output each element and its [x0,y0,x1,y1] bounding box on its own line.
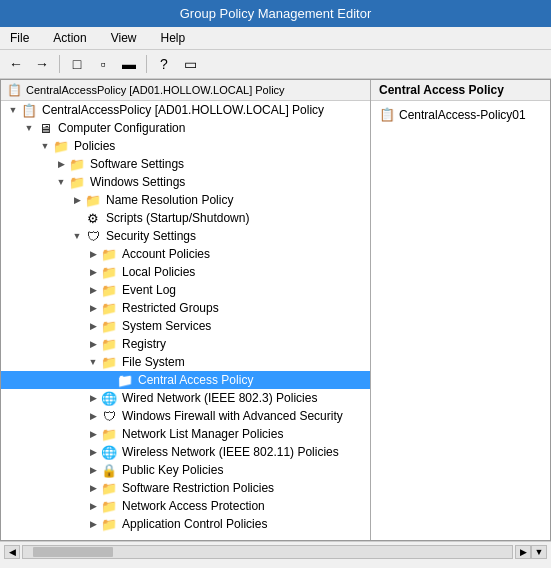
icon-event-log: 📁 [101,282,117,298]
show-tree-button[interactable]: □ [65,53,89,75]
expander-root[interactable] [5,102,21,118]
menu-view[interactable]: View [105,29,143,47]
expander-software-restriction[interactable] [85,480,101,496]
label-scripts: Scripts (Startup/Shutdown) [104,211,249,225]
tree-item-account-policies[interactable]: 📁Account Policies [1,245,370,263]
expander-security-settings[interactable] [69,228,85,244]
expander-name-resolution[interactable] [69,192,85,208]
icon-policies: 📁 [53,138,69,154]
tree-item-security-settings[interactable]: 🛡Security Settings [1,227,370,245]
right-pane-header: Central Access Policy [371,80,550,101]
expander-account-policies[interactable] [85,246,101,262]
expander-file-system[interactable] [85,354,101,370]
expander-central-access-policy [101,372,117,388]
expander-app-control[interactable] [85,516,101,532]
tree-item-local-policies[interactable]: 📁Local Policies [1,263,370,281]
right-icon-0: 📋 [379,107,395,122]
vertical-scroll-down[interactable]: ▼ [531,545,547,559]
help-button[interactable]: ? [152,53,176,75]
expander-network-access[interactable] [85,498,101,514]
expander-software-settings[interactable] [53,156,69,172]
tree-item-network-access[interactable]: 📁Network Access Protection [1,497,370,515]
scroll-left-button[interactable]: ◀ [4,545,20,559]
title-bar: Group Policy Management Editor [0,0,551,27]
icon-root: 📋 [21,102,37,118]
icon-registry: 📁 [101,336,117,352]
expander-registry[interactable] [85,336,101,352]
label-file-system: File System [120,355,185,369]
label-security-settings: Security Settings [104,229,196,243]
tree-item-registry[interactable]: 📁Registry [1,335,370,353]
icon-software-settings: 📁 [69,156,85,172]
properties-button[interactable]: ▫ [91,53,115,75]
label-wired-network: Wired Network (IEEE 802.3) Policies [120,391,317,405]
tree-item-app-control[interactable]: 📁Application Control Policies [1,515,370,533]
menu-file[interactable]: File [4,29,35,47]
expander-wired-network[interactable] [85,390,101,406]
tree-item-software-restriction[interactable]: 📁Software Restriction Policies [1,479,370,497]
breadcrumb: 📋 CentralAccessPolicy [AD01.HOLLOW.LOCAL… [1,80,370,101]
tree-item-scripts[interactable]: ⚙Scripts (Startup/Shutdown) [1,209,370,227]
expander-wireless-network[interactable] [85,444,101,460]
tree-item-software-settings[interactable]: 📁Software Settings [1,155,370,173]
label-public-key: Public Key Policies [120,463,223,477]
tree-item-computer-config[interactable]: 🖥Computer Configuration [1,119,370,137]
tree-item-network-list[interactable]: 📁Network List Manager Policies [1,425,370,443]
tree-area[interactable]: 📋CentralAccessPolicy [AD01.HOLLOW.LOCAL]… [1,101,370,540]
expander-restricted-groups[interactable] [85,300,101,316]
tree-item-root[interactable]: 📋CentralAccessPolicy [AD01.HOLLOW.LOCAL]… [1,101,370,119]
icon-software-restriction: 📁 [101,480,117,496]
label-wireless-network: Wireless Network (IEEE 802.11) Policies [120,445,339,459]
label-root: CentralAccessPolicy [AD01.HOLLOW.LOCAL] … [40,103,324,117]
sep1 [59,55,60,73]
label-local-policies: Local Policies [120,265,195,279]
tree-item-central-access-policy[interactable]: 📁Central Access Policy [1,371,370,389]
label-computer-config: Computer Configuration [56,121,185,135]
label-policies: Policies [72,139,115,153]
tree-item-public-key[interactable]: 🔒Public Key Policies [1,461,370,479]
expander-windows-settings[interactable] [53,174,69,190]
new-window-button[interactable]: ▬ [117,53,141,75]
expander-windows-firewall[interactable] [85,408,101,424]
tree-item-system-services[interactable]: 📁System Services [1,317,370,335]
tree-item-windows-firewall[interactable]: 🛡Windows Firewall with Advanced Security [1,407,370,425]
label-system-services: System Services [120,319,211,333]
label-app-control: Application Control Policies [120,517,267,531]
expander-policies[interactable] [37,138,53,154]
icon-security-settings: 🛡 [85,228,101,244]
icon-account-policies: 📁 [101,246,117,262]
icon-restricted-groups: 📁 [101,300,117,316]
scroll-right-button[interactable]: ▶ [515,545,531,559]
back-button[interactable]: ← [4,53,28,75]
expander-system-services[interactable] [85,318,101,334]
expander-network-list[interactable] [85,426,101,442]
expander-scripts [69,210,85,226]
expander-computer-config[interactable] [21,120,37,136]
expander-public-key[interactable] [85,462,101,478]
label-event-log: Event Log [120,283,176,297]
right-label-0: CentralAccess-Policy01 [399,108,526,122]
menu-action[interactable]: Action [47,29,92,47]
tree-item-event-log[interactable]: 📁Event Log [1,281,370,299]
right-item-0[interactable]: 📋CentralAccess-Policy01 [375,105,546,124]
horizontal-scrollbar[interactable] [22,545,513,559]
tree-item-name-resolution[interactable]: 📁Name Resolution Policy [1,191,370,209]
expander-event-log[interactable] [85,282,101,298]
breadcrumb-icon: 📋 [7,83,22,97]
icon-file-system: 📁 [101,354,117,370]
status-scroll: ◀ ▶ [4,545,531,559]
tree-item-wireless-network[interactable]: 🌐Wireless Network (IEEE 802.11) Policies [1,443,370,461]
icon-network-access: 📁 [101,498,117,514]
expander-local-policies[interactable] [85,264,101,280]
tree-item-windows-settings[interactable]: 📁Windows Settings [1,173,370,191]
tree-item-restricted-groups[interactable]: 📁Restricted Groups [1,299,370,317]
icon-app-control: 📁 [101,516,117,532]
tree-item-wired-network[interactable]: 🌐Wired Network (IEEE 802.3) Policies [1,389,370,407]
extend-button[interactable]: ▭ [178,53,202,75]
icon-central-access-policy: 📁 [117,372,133,388]
tree-item-file-system[interactable]: 📁File System [1,353,370,371]
forward-button[interactable]: → [30,53,54,75]
menu-help[interactable]: Help [155,29,192,47]
tree-item-policies[interactable]: 📁Policies [1,137,370,155]
label-central-access-policy: Central Access Policy [136,373,253,387]
